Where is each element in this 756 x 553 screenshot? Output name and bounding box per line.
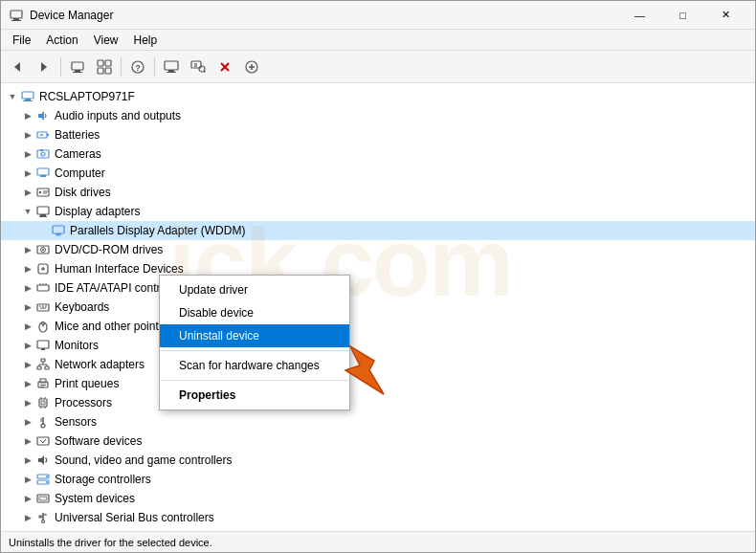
cameras-toggle[interactable]: ▶	[20, 146, 35, 162]
display-toggle[interactable]: ▼	[20, 204, 35, 219]
processors-label: Processors	[55, 396, 112, 409]
context-menu-update[interactable]: Update driver	[160, 278, 349, 301]
software-toggle[interactable]: ▶	[20, 433, 35, 449]
tree-item-hid[interactable]: ▶ Human Interface Devices	[1, 259, 755, 278]
usb-toggle[interactable]: ▶	[20, 510, 35, 525]
hid-icon	[35, 261, 51, 276]
software-label: Software devices	[55, 434, 142, 448]
batteries-label: Batteries	[55, 128, 100, 142]
svg-marker-30	[38, 111, 44, 121]
tree-item-software[interactable]: ▶ Software devices	[1, 431, 755, 451]
svg-line-21	[204, 71, 206, 73]
sensors-toggle[interactable]: ▶	[20, 414, 35, 430]
tree-item-parallels[interactable]: Parallels Display Adapter (WDDM)	[1, 221, 755, 240]
menu-view[interactable]: View	[86, 31, 126, 50]
context-menu-properties[interactable]: Properties	[160, 384, 349, 407]
tree-item-keyboards[interactable]: ▶ Keyboards	[1, 298, 755, 317]
print-toggle[interactable]: ▶	[20, 376, 35, 391]
tree-item-audio[interactable]: ▶ Audio inputs and outputs	[1, 106, 755, 125]
close-button[interactable]: ✕	[704, 1, 747, 30]
dvd-label: DVD/CD-ROM drives	[55, 243, 163, 256]
tree-item-monitors[interactable]: ▶ Monitors	[1, 336, 755, 355]
ide-toggle[interactable]: ▶	[20, 280, 35, 296]
menu-action[interactable]: Action	[38, 31, 85, 50]
sensors-label: Sensors	[55, 415, 97, 429]
device-tree[interactable]: jck.com ▼ RCSLAPTOP971F ▶	[1, 83, 755, 531]
svg-rect-9	[105, 60, 111, 66]
tree-item-usb[interactable]: ▶ Universal Serial Bus controllers	[1, 508, 755, 527]
usb-label: Universal Serial Bus controllers	[55, 511, 214, 524]
network-toggle[interactable]: ▶	[20, 357, 35, 372]
audio-label: Audio inputs and outputs	[55, 109, 181, 122]
computer-label: Computer	[55, 166, 105, 180]
tree-item-print[interactable]: ▶ Print queues	[1, 374, 755, 393]
audio-toggle[interactable]: ▶	[20, 108, 35, 123]
sound-toggle[interactable]: ▶	[20, 453, 35, 468]
tree-item-cameras[interactable]: ▶ Cameras	[1, 144, 755, 164]
svg-rect-16	[167, 72, 176, 73]
display-label: Display adapters	[55, 205, 140, 218]
remove-device-button[interactable]	[212, 55, 237, 79]
tree-item-sound[interactable]: ▶ Sound, video and game controllers	[1, 451, 755, 470]
tree-item-dvd[interactable]: ▶ DVD/CD-ROM drives	[1, 240, 755, 259]
svg-rect-90	[37, 437, 49, 445]
svg-rect-48	[56, 235, 60, 236]
tree-item-sensors[interactable]: ▶ Sensors	[1, 412, 755, 431]
tree-item-system[interactable]: ▶ System devices	[1, 489, 755, 508]
add-device-button[interactable]	[239, 55, 264, 79]
tree-item-ide[interactable]: ▶ IDE ATA/ATAPI controllers	[1, 278, 755, 298]
tree-item-disk[interactable]: ▶ Disk drives	[1, 183, 755, 202]
batteries-toggle[interactable]: ▶	[20, 127, 35, 143]
svg-rect-8	[98, 60, 103, 66]
svg-rect-28	[25, 99, 31, 100]
svg-point-105	[42, 520, 45, 523]
keyboards-label: Keyboards	[55, 300, 109, 314]
storage-toggle[interactable]: ▶	[20, 472, 35, 487]
scan-hardware-button[interactable]	[186, 55, 211, 79]
dvd-toggle[interactable]: ▶	[20, 242, 35, 257]
menu-file[interactable]: File	[5, 31, 38, 50]
tree-item-display[interactable]: ▼ Display adapters	[1, 202, 755, 221]
svg-point-40	[39, 191, 41, 193]
svg-line-92	[43, 439, 46, 443]
back-button[interactable]	[5, 55, 30, 79]
context-menu-sep	[160, 350, 349, 351]
svg-rect-43	[37, 207, 49, 214]
monitor-button[interactable]	[159, 55, 184, 79]
tree-item-processors[interactable]: ▶ Processors	[1, 393, 755, 412]
context-menu-scan[interactable]: Scan for hardware changes	[160, 354, 349, 377]
maximize-button[interactable]: □	[661, 1, 704, 30]
context-menu-uninstall[interactable]: Uninstall device	[160, 324, 349, 347]
storage-label: Storage controllers	[55, 473, 151, 486]
disk-icon	[35, 185, 51, 200]
help-button[interactable]: ?	[125, 55, 150, 79]
title-bar: Device Manager — □ ✕	[1, 1, 755, 30]
tree-item-network[interactable]: ▶ Network adapters	[1, 355, 755, 374]
computer-toggle[interactable]: ▶	[20, 166, 35, 181]
tree-item-batteries[interactable]: ▶ Batteries	[1, 125, 755, 144]
tree-item-mice[interactable]: ▶ Mice and other pointing devices	[1, 317, 755, 336]
system-toggle[interactable]: ▶	[20, 491, 35, 506]
devices-by-type-button[interactable]	[92, 55, 117, 79]
disk-toggle[interactable]: ▶	[20, 185, 35, 200]
root-toggle[interactable]: ▼	[5, 89, 20, 104]
keyboards-toggle[interactable]: ▶	[20, 299, 35, 315]
minimize-button[interactable]: —	[618, 1, 661, 30]
mice-toggle[interactable]: ▶	[20, 319, 35, 334]
hid-label: Human Interface Devices	[55, 262, 184, 276]
tree-root[interactable]: ▼ RCSLAPTOP971F	[1, 87, 755, 106]
system-label: System devices	[55, 492, 135, 505]
svg-line-91	[40, 440, 43, 443]
tree-item-computer[interactable]: ▶ Computer	[1, 164, 755, 183]
show-hidden-button[interactable]	[65, 55, 90, 79]
ide-icon	[35, 280, 51, 296]
context-menu-disable[interactable]: Disable device	[160, 301, 349, 324]
processors-toggle[interactable]: ▶	[20, 395, 35, 410]
menu-help[interactable]: Help	[126, 31, 166, 50]
window-controls: — □ ✕	[618, 1, 747, 30]
monitors-toggle[interactable]: ▶	[20, 338, 35, 353]
tree-item-storage[interactable]: ▶ Storage controllers	[1, 470, 755, 489]
svg-point-97	[46, 481, 48, 483]
forward-button[interactable]	[32, 55, 56, 79]
hid-toggle[interactable]: ▶	[20, 261, 35, 276]
